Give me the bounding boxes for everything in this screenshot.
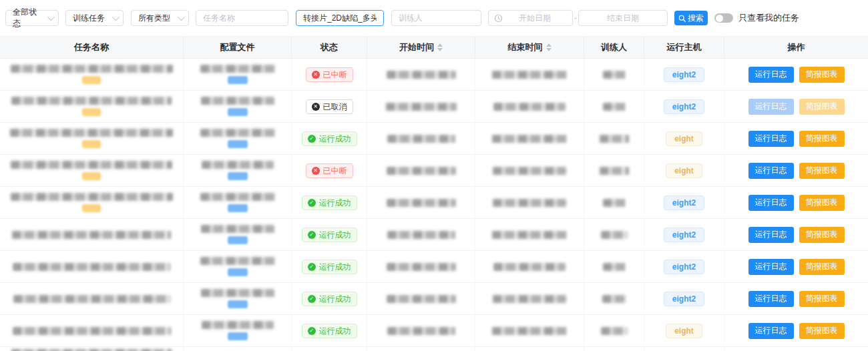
table-body: ✕已中断eight2运行日志简报图表✕已取消eight2运行日志简报图表✓运行成… <box>0 59 868 351</box>
status-filter-select[interactable]: 全部状态 <box>5 10 59 26</box>
status-cell: ✓运行成功 <box>292 123 367 154</box>
host-cell: eight2 <box>644 219 724 250</box>
run-log-button[interactable]: 运行日志 <box>748 291 794 307</box>
redacted-start-time <box>387 71 456 79</box>
column-header-label: 训练人 <box>601 41 627 53</box>
host-cell: eight2 <box>644 283 724 314</box>
search-icon <box>678 15 686 22</box>
config-link-redacted[interactable] <box>228 76 248 84</box>
sort-icon[interactable] <box>546 43 552 51</box>
tasks-table: 任务名称配置文件状态开始时间结束时间训练人运行主机操作 ✕已中断eight2运行… <box>0 36 868 351</box>
config-link-redacted[interactable] <box>228 172 248 180</box>
actions-cell: 运行日志简报图表 <box>724 283 868 314</box>
status-label: 运行成功 <box>319 231 351 239</box>
status-badge: ✕已中断 <box>306 163 353 178</box>
run-log-button[interactable]: 运行日志 <box>748 323 794 339</box>
status-label: 运行成功 <box>319 263 351 271</box>
redacted-task-name <box>12 231 171 239</box>
clock-icon <box>494 14 503 23</box>
end-date-picker[interactable]: 结束日期 <box>578 10 668 26</box>
report-chart-button[interactable]: 简报图表 <box>799 163 845 179</box>
table-row: ✓运行成功eight2运行日志简报图表 <box>0 219 868 251</box>
column-header-start[interactable]: 开始时间 <box>367 37 475 58</box>
run-log-button[interactable]: 运行日志 <box>748 131 794 147</box>
report-chart-button[interactable]: 简报图表 <box>799 259 845 275</box>
status-cell: ✓运行成功 <box>292 187 367 218</box>
host-tag: eight2 <box>664 99 704 114</box>
redacted-trainer-name <box>600 167 629 175</box>
redacted-start-time <box>387 135 455 143</box>
search-button[interactable]: 搜索 <box>674 11 708 25</box>
config-link-redacted[interactable] <box>228 268 248 276</box>
empty-cell <box>367 347 475 351</box>
sort-icon[interactable] <box>437 43 443 51</box>
column-header-label: 运行主机 <box>667 41 702 53</box>
column-header-trainer: 训练人 <box>584 37 644 58</box>
start-time-cell <box>367 283 475 314</box>
run-log-button[interactable]: 运行日志 <box>748 195 794 211</box>
run-log-button[interactable]: 运行日志 <box>748 227 794 243</box>
trainer-input[interactable] <box>391 10 481 26</box>
task-name-cell <box>0 251 184 282</box>
start-date-picker[interactable]: 开始日期 <box>488 10 573 26</box>
report-chart-button[interactable]: 简报图表 <box>799 291 845 307</box>
task-name-input[interactable] <box>196 10 288 26</box>
filter-toolbar: 全部状态 训练任务 所有类型 开始日期 - 结束日期 搜索 只查看我的任务 <box>0 0 868 36</box>
module-filter-select[interactable]: 训练任务 <box>65 10 124 26</box>
host-tag: eight2 <box>664 292 704 306</box>
status-cell: ✓运行成功 <box>292 251 367 282</box>
run-log-button[interactable]: 运行日志 <box>748 67 794 83</box>
config-link-redacted[interactable] <box>228 300 248 308</box>
end-time-cell <box>475 251 584 282</box>
my-tasks-toggle[interactable] <box>714 13 733 23</box>
status-label: 运行成功 <box>319 135 351 143</box>
redacted-config-file <box>200 257 275 265</box>
redacted-end-time <box>493 295 566 303</box>
trainer-cell <box>584 187 644 218</box>
redacted-start-time <box>387 199 456 207</box>
report-chart-button[interactable]: 简报图表 <box>799 67 845 83</box>
report-chart-button[interactable]: 简报图表 <box>799 227 845 243</box>
empty-cell <box>724 347 868 351</box>
column-header-label: 操作 <box>788 41 805 53</box>
redacted-start-time <box>387 263 456 271</box>
task-name-search-input[interactable] <box>296 10 384 26</box>
report-chart-button[interactable]: 简报图表 <box>799 323 845 339</box>
redacted-config-file <box>201 225 274 233</box>
config-link-redacted[interactable] <box>228 108 248 116</box>
table-row: ✓运行成功eight2运行日志简报图表 <box>0 251 868 283</box>
column-header-status: 状态 <box>292 37 367 58</box>
config-link-redacted[interactable] <box>228 236 248 244</box>
redacted-end-time <box>493 263 566 271</box>
redacted-start-time <box>387 327 455 335</box>
redacted-end-time <box>493 199 566 207</box>
column-header-end[interactable]: 结束时间 <box>475 37 584 58</box>
config-file-cell <box>184 155 292 186</box>
config-file-cell <box>184 283 292 314</box>
config-link-redacted[interactable] <box>228 140 248 148</box>
report-chart-button[interactable]: 简报图表 <box>799 99 845 115</box>
end-time-cell <box>475 123 584 154</box>
run-log-button[interactable]: 运行日志 <box>748 99 794 115</box>
redacted-trainer-name <box>600 135 629 143</box>
run-log-button[interactable]: 运行日志 <box>748 259 794 275</box>
task-tag-redacted <box>82 140 101 148</box>
status-cell: ✕已中断 <box>292 59 367 90</box>
config-link-redacted[interactable] <box>228 332 248 340</box>
actions-cell: 运行日志简报图表 <box>724 251 868 282</box>
search-button-label: 搜索 <box>688 13 704 24</box>
report-chart-button[interactable]: 简报图表 <box>799 195 845 211</box>
trainer-cell <box>584 59 644 90</box>
toggle-knob <box>716 15 723 22</box>
host-cell: eight <box>644 315 724 346</box>
config-link-redacted[interactable] <box>228 204 248 212</box>
status-success-icon: ✓ <box>308 135 316 143</box>
run-log-button[interactable]: 运行日志 <box>748 163 794 179</box>
column-header-actions: 操作 <box>724 37 868 58</box>
redacted-trainer-name <box>603 263 626 271</box>
report-chart-button[interactable]: 简报图表 <box>799 131 845 147</box>
redacted-end-time <box>492 231 567 239</box>
end-time-cell <box>475 91 584 122</box>
type-filter-select[interactable]: 所有类型 <box>131 10 189 26</box>
task-name-cell <box>0 283 184 314</box>
